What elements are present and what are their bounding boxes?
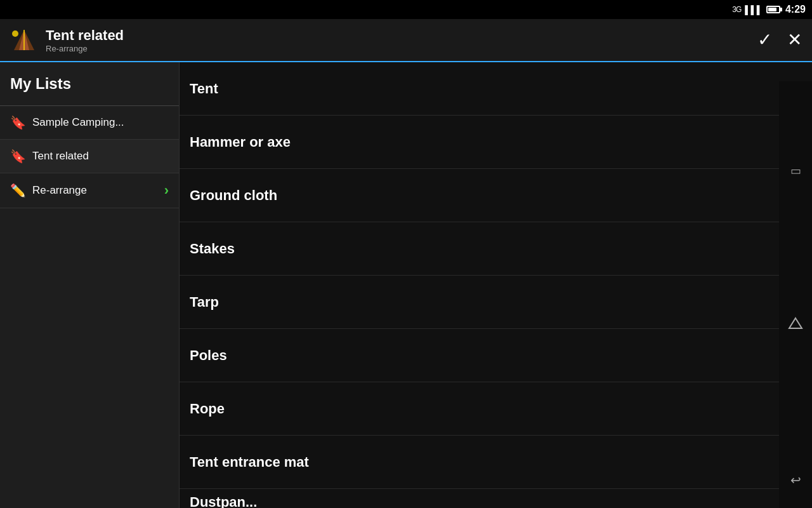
app-bar-subtitle: Re-arrange	[46, 44, 757, 53]
list-item[interactable]: Poles	[180, 329, 812, 382]
item-label-tarp: Tarp	[190, 294, 776, 311]
chevron-right-icon: ›	[164, 182, 169, 199]
list-item-partial[interactable]: Dustpan...	[180, 489, 812, 508]
item-label-ground-cloth: Ground cloth	[190, 187, 776, 204]
list-item[interactable]: Rope	[180, 382, 812, 436]
sidebar-header: My Lists	[0, 62, 179, 106]
nav-icon-tent-shape	[788, 317, 803, 333]
list-item[interactable]: Tent entrance mat	[180, 436, 812, 489]
main-layout: My Lists 🔖 Sample Camping... 🔖 Tent rela…	[0, 62, 812, 508]
list-item[interactable]: Hammer or axe	[180, 116, 812, 169]
app-bar-title: Tent related	[46, 27, 757, 44]
nav-icon-back[interactable]: ↩	[790, 472, 801, 488]
folder-icon-camping: 🔖	[10, 115, 26, 130]
network-signal: 3G	[732, 5, 741, 14]
item-label-poles: Poles	[190, 347, 776, 364]
sidebar-item-label-rearrange: Re-arrange	[32, 184, 158, 197]
battery-icon	[766, 6, 780, 13]
app-logo	[10, 26, 38, 54]
item-label-tent: Tent	[190, 81, 776, 97]
sidebar: My Lists 🔖 Sample Camping... 🔖 Tent rela…	[0, 62, 180, 508]
android-nav-bar: ▭ ↩	[779, 81, 812, 508]
item-label-hammer: Hammer or axe	[190, 134, 776, 150]
item-label-dustpan: Dustpan...	[190, 494, 802, 508]
sidebar-item-rearrange[interactable]: ✏️ Re-arrange ›	[0, 173, 179, 208]
app-bar-titles: Tent related Re-arrange	[46, 27, 757, 53]
item-label-rope: Rope	[190, 401, 776, 417]
svg-point-3	[12, 30, 18, 37]
pencil-icon: ✏️	[10, 183, 26, 198]
app-bar-actions: ✓ ✕	[757, 31, 802, 49]
content-area[interactable]: Tent Hammer or axe Ground cloth	[180, 62, 812, 508]
list-item[interactable]: Tarp	[180, 276, 812, 329]
sidebar-item-label-camping: Sample Camping...	[32, 116, 169, 129]
clock: 4:29	[785, 4, 806, 15]
list-item[interactable]: Tent	[180, 62, 812, 116]
app-bar: Tent related Re-arrange ✓ ✕	[0, 19, 812, 62]
nav-icon-fullscreen[interactable]: ▭	[790, 164, 801, 178]
list-item[interactable]: Ground cloth	[180, 169, 812, 222]
sidebar-item-sample-camping[interactable]: 🔖 Sample Camping...	[0, 106, 179, 140]
confirm-button[interactable]: ✓	[757, 31, 772, 49]
list-item[interactable]: Stakes	[180, 222, 812, 276]
status-bar: 3G ▌▌▌ 4:29	[0, 0, 812, 19]
signal-bars: ▌▌▌	[745, 5, 763, 15]
sidebar-item-label-tent: Tent related	[32, 150, 169, 163]
item-label-tent-entrance-mat: Tent entrance mat	[190, 454, 776, 471]
close-button[interactable]: ✕	[787, 31, 802, 49]
svg-marker-4	[789, 318, 802, 328]
sidebar-item-tent-related[interactable]: 🔖 Tent related	[0, 140, 179, 173]
item-label-stakes: Stakes	[190, 241, 776, 257]
folder-icon-tent: 🔖	[10, 149, 26, 164]
